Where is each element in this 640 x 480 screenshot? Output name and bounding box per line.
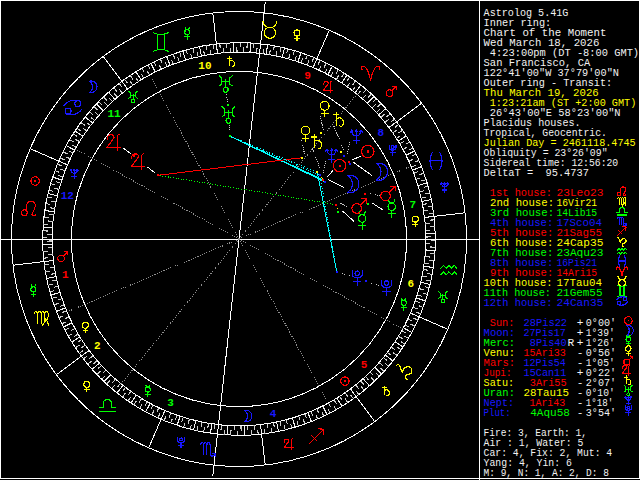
svg-text:2: 2 [94, 340, 101, 352]
svg-text:24Can35: 24Can35 [557, 297, 604, 309]
svg-text:9: 9 [304, 70, 311, 82]
svg-text:12th house:: 12th house: [484, 297, 553, 309]
svg-text:4: 4 [270, 408, 277, 420]
svg-text:3°54': 3°54' [586, 407, 616, 419]
svg-text:DeltaT = 95.4737: DeltaT = 95.4737 [484, 167, 589, 179]
svg-text:1: 1 [62, 269, 69, 281]
svg-text:4Aqu58: 4Aqu58 [524, 407, 570, 419]
svg-text:12: 12 [61, 190, 74, 202]
svg-text:M: 9, N: 1, A: 2, D: 8: M: 9, N: 1, A: 2, D: 8 [484, 467, 609, 479]
svg-text:10: 10 [198, 60, 211, 72]
svg-text:8: 8 [377, 127, 384, 139]
svg-text:7: 7 [409, 199, 416, 211]
svg-text:11: 11 [107, 108, 121, 120]
svg-text:6: 6 [407, 278, 414, 290]
svg-text:Plut:: Plut: [484, 407, 511, 419]
svg-text:R: R [568, 337, 575, 349]
svg-text:3: 3 [167, 397, 174, 409]
svg-text:-: - [577, 407, 584, 419]
svg-text:5: 5 [361, 359, 368, 371]
